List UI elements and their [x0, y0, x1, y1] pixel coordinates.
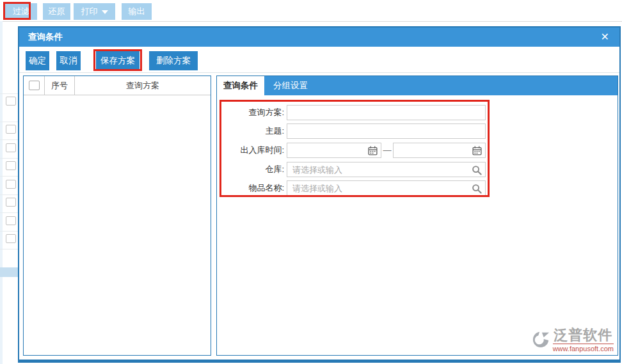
date-range-separator: —: [381, 143, 393, 158]
chevron-down-icon: [102, 10, 108, 14]
vendor-name: 泛普软件: [554, 328, 612, 343]
delete-plan-button[interactable]: 删除方案: [149, 51, 198, 70]
row-checkbox[interactable]: [6, 234, 16, 243]
form-row-item-name: 物品名称:: [217, 180, 618, 196]
date-to-field-box: [393, 143, 486, 158]
save-plan-button[interactable]: 保存方案: [96, 51, 140, 70]
subject-label: 主题:: [220, 123, 284, 139]
date-from-input[interactable]: [287, 143, 381, 157]
subject-input[interactable]: [287, 124, 485, 138]
tab-bar: 查询条件 分组设置: [217, 76, 618, 95]
row-checkbox[interactable]: [6, 180, 16, 189]
dialog-titlebar: 查询条件 ✕: [19, 28, 619, 47]
row-checkbox[interactable]: [6, 97, 16, 106]
row-checkbox[interactable]: [6, 125, 16, 134]
search-icon[interactable]: [472, 184, 482, 194]
form-row-plan-name: 查询方案:: [217, 105, 618, 120]
cancel-button[interactable]: 取消: [56, 51, 81, 70]
calendar-icon[interactable]: [368, 146, 378, 155]
tab-query-conditions[interactable]: 查询条件: [217, 76, 264, 95]
calendar-icon[interactable]: [472, 146, 482, 155]
warehouse-label: 仓库:: [220, 162, 284, 177]
row-checkbox[interactable]: [6, 161, 16, 170]
item-name-field-box: [287, 180, 486, 196]
plan-list-panel: 序号 查询方案: [23, 75, 211, 356]
filter-button[interactable]: 过滤: [5, 3, 37, 20]
fanpu-logo-icon: [531, 330, 550, 351]
item-name-label: 物品名称:: [220, 180, 284, 196]
select-all-checkbox[interactable]: [29, 81, 40, 90]
vendor-watermark: 泛普软件 www.fanpusoft.com: [531, 328, 614, 352]
dialog-title: 查询条件: [28, 28, 63, 47]
row-checkbox[interactable]: [6, 198, 16, 207]
warehouse-input[interactable]: [287, 162, 485, 177]
column-header-plan: 查询方案: [75, 76, 211, 95]
row-checkbox[interactable]: [6, 143, 16, 152]
plan-name-label: 查询方案:: [220, 105, 284, 120]
form-row-stock-time: 出入库时间: —: [217, 143, 618, 158]
subject-field-box: [287, 123, 486, 139]
warehouse-field-box: [287, 162, 486, 177]
search-icon[interactable]: [472, 165, 482, 175]
output-button[interactable]: 输出: [122, 3, 152, 20]
date-to-input[interactable]: [394, 143, 485, 157]
print-button-label: 打印: [81, 6, 98, 16]
plan-name-field-box: [287, 105, 486, 120]
background-selected-row: [0, 267, 18, 277]
criteria-panel: 查询条件 分组设置 查询方案: 主题: 出入库时间:: [216, 75, 618, 356]
stock-time-label: 出入库时间:: [220, 143, 284, 158]
plan-list-header: 序号 查询方案: [24, 76, 211, 95]
header-checkbox-cell: [24, 76, 45, 95]
restore-button[interactable]: 还原: [43, 3, 70, 20]
date-from-field-box: [287, 143, 381, 158]
plan-name-input[interactable]: [287, 106, 485, 120]
background-list-edge: [0, 21, 3, 364]
ok-button[interactable]: 确定: [26, 51, 49, 70]
column-header-index: 序号: [45, 76, 75, 95]
tab-group-settings[interactable]: 分组设置: [264, 76, 317, 95]
form-row-warehouse: 仓库:: [217, 162, 618, 177]
form-row-subject: 主题:: [217, 123, 618, 139]
query-conditions-dialog: 查询条件 ✕ 确定 取消 保存方案 删除方案 序号 查询方案 查询条件 分组设置…: [18, 26, 621, 363]
item-name-input[interactable]: [287, 181, 485, 195]
top-toolbar: 过滤 还原 打印 输出: [0, 0, 622, 22]
divider: [19, 72, 619, 73]
vendor-url: www.fanpusoft.com: [553, 344, 614, 352]
plan-list-body: [24, 95, 211, 355]
row-checkbox[interactable]: [6, 216, 16, 225]
close-icon[interactable]: ✕: [598, 28, 612, 47]
print-dropdown-button[interactable]: 打印: [74, 3, 115, 20]
